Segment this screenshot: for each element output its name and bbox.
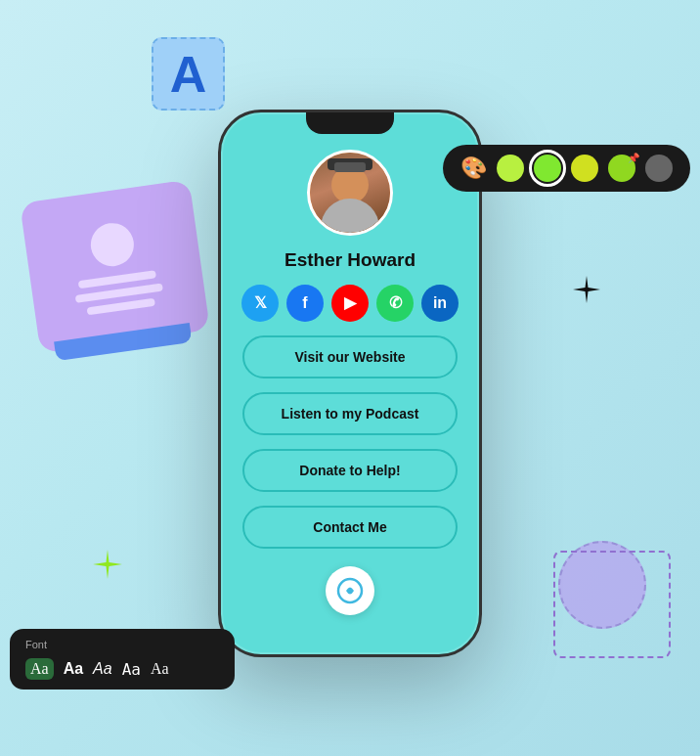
visit-website-button[interactable]: Visit our Website bbox=[242, 335, 458, 378]
font-sample-italic[interactable]: Aa bbox=[93, 660, 112, 678]
social-row: 𝕏 f ▶ ✆ in bbox=[241, 285, 459, 322]
sparkle-icon bbox=[571, 274, 602, 305]
deco-circle bbox=[558, 541, 646, 629]
social-linkedin[interactable]: in bbox=[421, 285, 459, 322]
social-youtube[interactable]: ▶ bbox=[331, 285, 369, 322]
deco-card-lines bbox=[72, 269, 164, 316]
social-whatsapp[interactable]: ✆ bbox=[376, 285, 414, 322]
font-sample-sans[interactable]: Aa bbox=[64, 660, 83, 678]
listen-podcast-button[interactable]: Listen to my Podcast bbox=[242, 392, 458, 435]
deco-card-tab bbox=[54, 323, 192, 361]
svg-point-1 bbox=[348, 589, 352, 593]
font-label: Font bbox=[25, 639, 219, 650]
palette-icon: 🎨 bbox=[460, 156, 487, 181]
color-dot-4[interactable]: 📌 bbox=[608, 155, 635, 182]
font-sample-cursive[interactable]: Aa bbox=[151, 660, 169, 678]
phone-notch bbox=[306, 112, 394, 134]
color-dot-5[interactable] bbox=[645, 155, 673, 182]
color-dot-1[interactable] bbox=[497, 155, 524, 182]
font-sample-serif[interactable]: Aa bbox=[25, 658, 54, 680]
font-samples: Aa Aa Aa Aa Aa bbox=[25, 658, 219, 680]
phone-content: Esther Howard 𝕏 f ▶ ✆ in Visit our Websi… bbox=[221, 112, 479, 631]
phone-frame: Esther Howard 𝕏 f ▶ ✆ in Visit our Websi… bbox=[218, 110, 482, 657]
logo-icon bbox=[336, 577, 364, 604]
social-twitter[interactable]: 𝕏 bbox=[241, 285, 279, 322]
font-sample-mono[interactable]: Aa bbox=[122, 660, 141, 679]
color-palette-toolbar[interactable]: 🎨 📌 bbox=[443, 145, 690, 192]
deco-card-circle bbox=[87, 220, 136, 269]
avatar-image bbox=[310, 153, 390, 233]
deco-card-line bbox=[86, 297, 154, 315]
social-facebook[interactable]: f bbox=[286, 285, 324, 322]
color-dot-2[interactable] bbox=[534, 155, 561, 182]
phone-screen: Esther Howard 𝕏 f ▶ ✆ in Visit our Websi… bbox=[218, 110, 482, 657]
profile-name: Esther Howard bbox=[284, 249, 416, 271]
deco-letter-a: A bbox=[152, 37, 225, 111]
deco-card bbox=[20, 180, 210, 354]
donate-button[interactable]: Donate to Help! bbox=[242, 449, 458, 492]
avatar-body bbox=[321, 199, 379, 233]
font-toolbar[interactable]: Font Aa Aa Aa Aa Aa bbox=[10, 629, 235, 689]
sparkle-green-icon bbox=[90, 547, 125, 582]
avatar bbox=[307, 150, 393, 236]
bottom-logo-button[interactable] bbox=[326, 566, 374, 615]
color-dot-3[interactable] bbox=[571, 155, 598, 182]
contact-button[interactable]: Contact Me bbox=[242, 506, 458, 549]
